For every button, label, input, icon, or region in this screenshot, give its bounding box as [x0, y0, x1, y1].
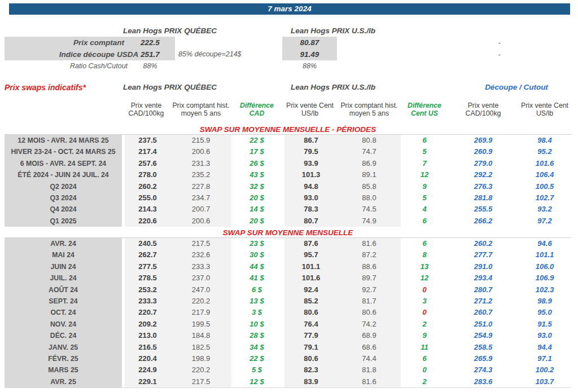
cutout-us-price: 106.0 — [518, 261, 571, 272]
us-sale-price: 82.3 — [282, 364, 338, 376]
us-sale-price: 93.0 — [282, 192, 338, 204]
us-difference: 4 — [401, 204, 448, 215]
cad-difference: 44 $ — [231, 261, 282, 272]
us-hist-price: 89.7 — [338, 272, 401, 284]
table-row: FÉVR. 25220.4198.922 $80.674.46265.997.1 — [5, 353, 571, 364]
us-difference: 12 — [401, 272, 448, 284]
table-row: MARS 25224.9220.25 $82.381.80274.3100.2 — [5, 364, 571, 376]
row-label: Q4 2024 — [5, 204, 122, 215]
cutout-us-price: 95.2 — [518, 146, 571, 157]
us-difference: 6 — [401, 238, 448, 249]
spot-ratio-quebec: 88% — [125, 60, 175, 72]
us-hist-price: 74.2 — [338, 319, 401, 330]
us-sale-price: 93.9 — [282, 158, 338, 169]
cad-difference: 41 $ — [231, 272, 282, 284]
table-row: ÉTÉ 2024 - JUIN 24 JUIL. 24278.0235.243 … — [5, 169, 571, 180]
cad-hist-price: 198.9 — [170, 353, 231, 364]
us-difference: 9 — [401, 181, 448, 192]
cutout-header: Découpe / Cutout — [457, 83, 576, 91]
cad-sale-price: 255.0 — [122, 192, 170, 204]
column-header-us-diff: Différence Cent US — [401, 102, 448, 117]
spot-quebec-header: Lean Hogs PRIX QUÉBEC — [122, 27, 218, 35]
us-hist-price: 74.9 — [338, 215, 401, 227]
cutout-cad-price: 260.7 — [448, 307, 518, 318]
spot-cutout-note: 85% découpe=214$ — [178, 49, 274, 60]
us-sale-price: 86.7 — [282, 135, 338, 146]
cad-hist-price: 232.6 — [170, 249, 231, 261]
us-sale-price: 85.2 — [282, 296, 338, 307]
cad-sale-price: 237.5 — [122, 135, 170, 146]
us-difference: 7 — [401, 158, 448, 169]
cad-sale-price: 217.4 — [122, 146, 170, 157]
cutout-us-price: 106.4 — [518, 169, 571, 180]
cutout-cad-price: 291.0 — [448, 261, 518, 272]
us-difference: 9 — [401, 330, 448, 341]
row-label: MAI 24 — [5, 249, 122, 261]
table-row: OCT. 24220.7217.93 $80.680.60260.795.0 — [5, 307, 571, 318]
cutout-cad-price: 271.2 — [448, 296, 518, 307]
us-hist-price: 68.6 — [338, 342, 401, 353]
cad-difference: 32 $ — [231, 181, 282, 192]
cad-difference: 43 $ — [231, 169, 282, 180]
cutout-us-price: 102.3 — [518, 284, 571, 296]
spot-dash: - — [480, 49, 519, 60]
cutout-us-price: 94.4 — [518, 342, 571, 353]
cad-difference: 5 $ — [231, 364, 282, 376]
spot-cash-price-us: 80.87 — [282, 37, 337, 49]
cad-difference: 26 $ — [231, 158, 282, 169]
section-header-periods: SWAP SUR MOYENNE MENSUELLE - PÉRIODES — [5, 125, 571, 134]
us-difference: 3 — [401, 296, 448, 307]
cutout-cad-price: 280.7 — [448, 284, 518, 296]
cutout-cad-price: 269.9 — [448, 135, 518, 146]
us-sale-price: 94.8 — [282, 181, 338, 192]
cutout-us-price: 106.9 — [518, 272, 571, 284]
us-hist-price: 68.9 — [338, 330, 401, 341]
cutout-cad-price: 265.9 — [448, 353, 518, 364]
table-row: Q3 2024255.0234.720 $93.088.05281.8102.7 — [5, 192, 571, 204]
table-row: NOV. 24209.2199.510 $76.474.22251.091.5 — [5, 319, 571, 330]
row-label: Q1 2025 — [5, 215, 122, 227]
table-row: JUIN 24277.5233.344 $101.188.613291.0106… — [5, 261, 571, 272]
cad-hist-price: 247.0 — [170, 284, 231, 296]
swaps-title: Prix swaps indicatifs* — [5, 83, 86, 92]
cad-hist-price: 234.7 — [170, 192, 231, 204]
cad-hist-price: 199.5 — [170, 319, 231, 330]
cutout-us-price: 97.2 — [518, 215, 571, 227]
cad-hist-price: 184.8 — [170, 330, 231, 341]
row-label: AOÛT 24 — [5, 284, 122, 296]
cad-hist-price: 227.8 — [170, 181, 231, 192]
cutout-us-price: 100.2 — [518, 364, 571, 376]
spot-ratio-us: 88% — [282, 60, 337, 72]
cad-sale-price: 220.6 — [122, 215, 170, 227]
cad-sale-price: 253.2 — [122, 284, 170, 296]
us-hist-price: 85.8 — [338, 181, 401, 192]
periods-table: 12 MOIS - AVR. 24 MARS 25237.5215.922 $8… — [5, 134, 571, 227]
row-label: MARS 25 — [5, 364, 122, 376]
us-sale-price: 79.1 — [282, 342, 338, 353]
cad-hist-price: 200.6 — [170, 215, 231, 227]
table-row: 12 MOIS - AVR. 24 MARS 25237.5215.922 $8… — [5, 135, 571, 146]
us-hist-price: 89.1 — [338, 169, 401, 180]
cad-sale-price: 240.5 — [122, 238, 170, 249]
row-label: OCT. 24 — [5, 307, 122, 318]
cad-difference: 10 $ — [231, 319, 282, 330]
cad-sale-price: 229.1 — [122, 376, 170, 387]
cad-difference: 23 $ — [231, 238, 282, 249]
table-row: HIVER 23-24 - OCT. 24 MARS 25217.4200.61… — [5, 146, 571, 157]
date-banner: 7 mars 2024 — [9, 3, 570, 15]
us-hist-price: 81.6 — [338, 376, 401, 387]
us-hist-price: 92.7 — [338, 284, 401, 296]
row-label: JUIN 24 — [5, 261, 122, 272]
cad-difference: 22 $ — [231, 135, 282, 146]
table-row: DÉC. 24213.0184.828 $77.968.99254.993.0 — [5, 330, 571, 341]
cad-difference: 3 $ — [231, 307, 282, 318]
us-difference: 5 — [401, 192, 448, 204]
cad-difference: 34 $ — [231, 342, 282, 353]
us-difference: 2 — [401, 376, 448, 387]
us-hist-price: 80.8 — [338, 135, 401, 146]
us-sale-price: 101.6 — [282, 272, 338, 284]
table-row: AVR. 24240.5217.523 $87.681.66260.294.6 — [5, 238, 571, 249]
cutout-cad-price: 293.4 — [448, 272, 518, 284]
us-sale-price: 80.7 — [282, 215, 338, 227]
column-header-cad-diff: Différence CAD — [231, 102, 282, 117]
